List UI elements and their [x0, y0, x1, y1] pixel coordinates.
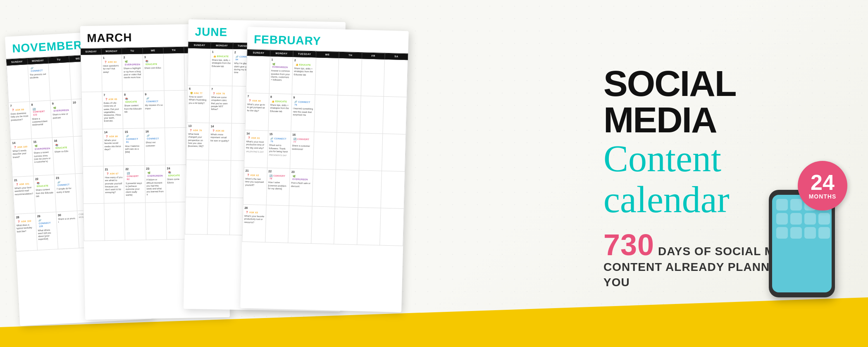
table-cell: [315, 57, 339, 95]
mar-col-tue: TU: [122, 48, 143, 54]
table-cell: [382, 134, 406, 171]
table-cell: [186, 160, 209, 197]
table-cell: [288, 206, 312, 243]
table-cell: [357, 208, 381, 245]
table-cell: 24📚 EDUCATEShare conte Educa: [165, 165, 186, 202]
app-icon: [790, 227, 802, 239]
feb-col-sun: SUNDAY: [247, 50, 270, 56]
table-cell: [361, 59, 385, 96]
mar-col-mon: MONDAY: [101, 48, 122, 55]
table-cell: 23🌿 EVERGREENPost a flash sale or discou…: [289, 168, 313, 206]
badge-text: MONTHS: [809, 193, 837, 200]
table-cell: [82, 129, 103, 167]
table-cell: 8👍 EDUCATEShare tips, skills + strategie…: [268, 93, 292, 131]
table-cell: 2🌿 EVERGREENShare a highlight or tip fro…: [122, 54, 143, 91]
table-cell: 14❓ ASK 66What's your favorite social me…: [103, 129, 124, 166]
table-cell: 14❓ ASK 100What 5 words describe your br…: [10, 139, 33, 177]
table-cell: 2👍 EDUCATEShare tips, skills + strategie…: [292, 57, 316, 94]
table-cell: 23🔗 CONNECT7 simple do for every d keep: [54, 174, 77, 212]
table-cell: 29🔗 CONNECT 128What others won't tell yo…: [36, 212, 58, 250]
feb-col-sat: SA: [385, 53, 408, 60]
table-cell: [163, 53, 184, 91]
table-cell: [165, 127, 186, 165]
app-icon: [804, 213, 816, 225]
app-icon: [818, 213, 830, 225]
table-cell: [81, 55, 102, 92]
table-cell: 9🔗 CONNECTMy mission it's so impor: [143, 91, 165, 128]
table-row: 14❓ ASK 61What's your most productive ti…: [244, 130, 406, 171]
mar-col-sun: SUNDAY: [81, 48, 101, 55]
feb-col-fri: FR: [362, 53, 385, 59]
table-cell: [104, 203, 125, 241]
table-cell: 13❓ ASK 79What book changed your perspec…: [186, 122, 210, 160]
table-cell: [83, 166, 104, 204]
table-cell: [83, 203, 105, 241]
main-title-social: SOCIAL MEDIA: [603, 65, 843, 138]
table-cell: 21❓ ASK 101What's your best weekend read…: [12, 176, 36, 214]
table-cell: [265, 205, 289, 243]
table-cell: [334, 207, 358, 244]
table-row: 28❓ ASK 63What's your favorite productiv…: [242, 204, 404, 246]
table-cell: 15🌿 EVERGREENShare a recent success stor…: [31, 138, 54, 176]
table-cell: 7❓ ASK 99Does downtime help you be more …: [9, 101, 32, 140]
table-cell: [208, 160, 231, 198]
table-cell: [358, 170, 382, 208]
app-icon: [776, 227, 788, 239]
app-icon: [776, 213, 788, 225]
jun-col-mon: MONDAY: [211, 42, 233, 49]
table-cell: 7❓ ASK 65Rules of Life: Drink lots of wa…: [102, 91, 123, 129]
table-cell: [312, 169, 336, 207]
table-cell: 15🔗 CONNECT 81How I balance self-care as…: [123, 128, 145, 166]
app-icon: [804, 227, 816, 239]
feb-col-mon: MONDAY: [270, 50, 293, 57]
table-cell: 8🔄 CONVERT 122Share a customer/client te…: [30, 101, 52, 139]
table-cell: [81, 92, 103, 129]
table-cell: [359, 133, 383, 171]
table-cell: [311, 206, 335, 244]
table-cell: [335, 170, 359, 207]
table-cell: [188, 48, 211, 86]
table-cell: 7❓ ASK 60What's your go-to to get pumped…: [245, 93, 269, 130]
table-cell: 21❓ ASK 67How many of you are afraid to …: [103, 166, 124, 203]
table-cell: [313, 132, 337, 170]
table-cell: [124, 203, 146, 240]
table-cell: [314, 95, 338, 132]
table-cell: 16📚 EDUCATEShare co Edu: [52, 136, 75, 175]
app-icon: [790, 213, 802, 225]
mar-col-wed: WE: [143, 47, 164, 54]
app-icon: [790, 199, 802, 211]
app-icon: [818, 227, 830, 239]
calendars-area: NOVEMBER SUNDAY MONDAY TU WE TH FR SA 🔗 …: [0, 0, 360, 347]
table-cell: [164, 90, 185, 128]
table-cell: 23🌿 EVERGREENA failure or difficult mome…: [145, 165, 166, 203]
table-cell: [166, 202, 187, 239]
table-row: 7❓ ASK 60What's your go-to to get pumped…: [245, 93, 407, 134]
table-cell: [380, 208, 404, 246]
table-cell: 14❓ ASK 61What's your most productive ti…: [244, 130, 268, 168]
table-cell: [336, 132, 360, 170]
table-cell: 28❓ ASK 102What does a typical workday l…: [14, 213, 38, 251]
february-grid: SUNDAY MONDAY TUESDAY WE TH FR SA 1🌿 EVE…: [242, 49, 408, 246]
table-cell: 1👍 EDUCATEShare tips, skills + strategie…: [210, 48, 233, 86]
months-badge: 24 MONTHS: [798, 161, 847, 211]
feb-col-wed: WE: [316, 51, 339, 58]
calendar-february: FEBRUARY SUNDAY MONDAY TUESDAY WE TH FR …: [240, 27, 409, 312]
feb-col-tue: TUESDAY: [293, 50, 316, 57]
table-cell: 16🔗 CONNECTShout out customer: [144, 128, 165, 165]
table-row: 1🌿 EVERGREENAnswer a common question fro…: [246, 56, 408, 97]
table-cell: 14❓ ASK 80What's more important: email l…: [209, 123, 232, 160]
table-cell: 15🔗 CONNECT 75Shout out to followers: Th…: [267, 131, 291, 168]
table-cell: [145, 202, 167, 240]
february-title: FEBRUARY: [254, 33, 402, 50]
table-cell: 16🔄 CONVERT 77Share a customer testimoni…: [290, 131, 314, 169]
table-cell: [381, 171, 405, 208]
table-cell: [7, 65, 30, 103]
table-cell: 1🌿 EVERGREENAnswer a common question fro…: [269, 56, 293, 94]
table-cell: 22🔄 CONVERT 78How I solve [common proble…: [266, 168, 290, 206]
table-cell: [48, 62, 71, 101]
table-cell: [246, 56, 270, 93]
days-number: 730: [603, 228, 654, 261]
feb-col-thu: TH: [339, 52, 362, 58]
app-icon: [776, 199, 788, 211]
jun-col-sun: SUNDAY: [188, 42, 210, 48]
